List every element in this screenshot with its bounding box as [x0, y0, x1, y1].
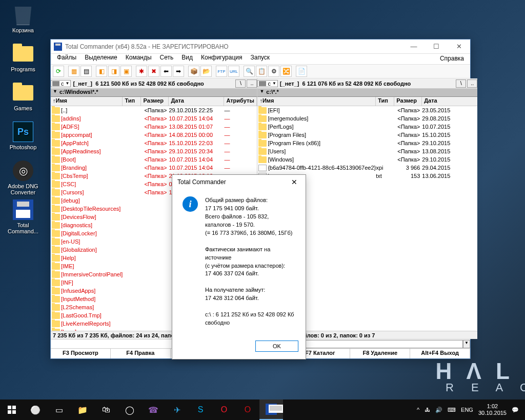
drive-selector[interactable]: c▼ [257, 80, 277, 87]
tbtn[interactable]: ◧ [96, 66, 107, 77]
menubar: ФайлыВыделениеКомандыСетьВидКонфигурация… [51, 54, 470, 64]
tbtn[interactable]: ✱ [136, 66, 147, 77]
tbtn[interactable]: ✖ [148, 66, 159, 77]
language-indicator[interactable]: ENG [461, 407, 473, 413]
dialog-close-button[interactable]: ✕ [283, 175, 306, 189]
column-header[interactable]: ↑Имя Тип Размер Дата [257, 97, 477, 106]
file-row[interactable]: [Windows]<Папка>29.10.2015 [257, 155, 477, 164]
store-icon[interactable]: 🛍 [94, 399, 118, 420]
menu-help[interactable]: Справка [436, 54, 468, 64]
tbtn[interactable]: 📋 [256, 66, 267, 77]
app-icon [54, 43, 62, 51]
file-row[interactable]: [Program Files]<Папка>15.10.2015 [257, 131, 477, 139]
file-row[interactable]: [Boot]<Папка>10.07.2015 14:04— [51, 155, 257, 164]
window-title: Total Commander (x64) 8.52a - НЕ ЗАРЕГИС… [65, 43, 402, 50]
file-row[interactable]: [AppReadiness]<Папка>29.10.2015 20:34— [51, 147, 257, 155]
drive-bar: c▼ [_нет_] 6 121 500 Кб из 52 428 092 Кб… [51, 78, 257, 89]
notifications-icon[interactable]: 💬 [512, 407, 519, 413]
tbtn[interactable]: 🔀 [280, 66, 292, 77]
menu-item[interactable]: Запуск [247, 53, 274, 62]
desktop-icon[interactable]: Games [5, 82, 41, 111]
desktop-icon[interactable]: PsPhotoshop [5, 121, 41, 150]
file-row[interactable]: [Users]<Папка>13.08.2015 [257, 147, 477, 155]
task-view-icon[interactable]: ▭ [47, 399, 71, 420]
unpack-icon[interactable]: 📂 [200, 66, 212, 77]
column-header[interactable]: ↑Имя Тип Размер Дата Атрибуты [51, 97, 257, 106]
fkey-button[interactable]: F8 Удаление [350, 349, 410, 358]
tray-chevron-icon[interactable]: ^ [417, 407, 419, 413]
volume-icon[interactable]: 🔊 [435, 407, 442, 413]
file-row[interactable]: [appcompat]<Папка>14.08.2015 00:00— [51, 131, 257, 139]
desktop-icon[interactable]: ◎Adobe DNG Converter [5, 160, 41, 195]
desktop-icon[interactable]: Total Command... [5, 199, 41, 234]
back-icon[interactable]: ⬅ [160, 66, 172, 77]
up-button[interactable]: .. [247, 79, 257, 88]
root-button[interactable]: \ [456, 79, 466, 88]
keyboard-icon[interactable]: ⌨ [448, 407, 456, 413]
menu-item[interactable]: Сеть [156, 53, 178, 62]
skype-icon[interactable]: S [189, 399, 212, 420]
taskbar: ⚪ ▭ 📁 🛍 ◯ ☎ ✈ S O O ^ 🖧 🔊 ⌨ ENG 1:02 30.… [0, 399, 525, 420]
opera-icon[interactable]: O [236, 399, 259, 420]
search-icon[interactable]: 🔍 [244, 66, 255, 77]
menu-item[interactable]: Конфигурация [197, 53, 247, 62]
ftp-icon[interactable]: FTP [216, 66, 227, 77]
file-row[interactable]: [addins]<Папка>10.07.2015 14:04— [51, 114, 257, 123]
menu-item[interactable]: Файлы [53, 53, 80, 62]
menu-item[interactable]: Выделение [80, 53, 122, 62]
url-icon[interactable]: URL [228, 66, 239, 77]
ok-button[interactable]: OK [255, 341, 298, 352]
minimize-button[interactable]: — [402, 39, 425, 54]
menu-item[interactable]: Команды [122, 53, 156, 62]
start-button[interactable] [0, 399, 24, 420]
tbtn[interactable]: ◨ [108, 66, 119, 77]
file-row[interactable]: [AppPatch]<Папка>15.10.2015 22:03— [51, 139, 257, 147]
command-history[interactable]: ▼ [463, 340, 470, 348]
fkey-button[interactable]: F3 Просмотр [51, 349, 111, 358]
tbtn[interactable]: ▦ [68, 66, 79, 77]
explorer-icon[interactable]: 📁 [71, 399, 94, 420]
path-bar[interactable]: ▼c:\*.* [257, 89, 477, 97]
pack-icon[interactable]: 📦 [188, 66, 199, 77]
forward-icon[interactable]: ➡ [173, 66, 184, 77]
dialog-message: Общий размер файлов: 17 175 941 009 байт… [205, 196, 295, 327]
file-row[interactable]: [Branding]<Папка>10.07.2015 14:04— [51, 164, 257, 172]
file-row[interactable]: [EFI]<Папка>23.05.2015 [257, 106, 477, 114]
viber-icon[interactable]: ☎ [142, 399, 165, 420]
dialog-titlebar[interactable]: Total Commander ✕ [172, 175, 306, 189]
tbtn[interactable]: ▣ [120, 66, 132, 77]
search-icon[interactable]: ⚪ [24, 399, 47, 420]
file-row[interactable]: [mergemodules]<Папка>29.08.2015 [257, 114, 477, 123]
titlebar[interactable]: Total Commander (x64) 8.52a - НЕ ЗАРЕГИС… [51, 39, 470, 54]
path-bar[interactable]: ▼c:\Windows\*.* [51, 89, 257, 97]
wallpaper-text: H Λ L : R E A C [435, 358, 525, 394]
drive-selector[interactable]: c▼ [51, 80, 71, 87]
file-row[interactable]: [ADFS]<Папка>13.08.2015 01:07— [51, 123, 257, 131]
refresh-icon[interactable]: ⟳ [53, 66, 64, 77]
desktop-icon[interactable]: Programs [5, 43, 41, 72]
fkey-button[interactable]: Alt+F4 Выход [410, 349, 470, 358]
close-button[interactable]: ✕ [448, 39, 470, 54]
desktop: КорзинаProgramsGamesPsPhotoshop◎Adobe DN… [0, 0, 525, 420]
clock[interactable]: 1:02 30.10.2015 [478, 403, 507, 416]
tbtn[interactable]: ⚙ [268, 66, 279, 77]
telegram-icon[interactable]: ✈ [165, 399, 189, 420]
notepad-icon[interactable]: 📄 [296, 66, 307, 77]
system-tray[interactable]: ^ 🖧 🔊 ⌨ ENG 1:02 30.10.2015 💬 [417, 403, 525, 416]
steam-icon[interactable]: ◯ [118, 399, 142, 420]
up-button[interactable]: .. [467, 79, 477, 88]
file-row[interactable]: [Program Files (x86)]<Папка>29.10.2015 [257, 139, 477, 147]
menu-item[interactable]: Вид [177, 53, 197, 62]
desktop-icon[interactable]: Корзина [5, 4, 41, 33]
root-button[interactable]: \ [235, 79, 246, 88]
info-icon: i [183, 196, 198, 212]
file-row[interactable]: [PerfLogs]<Папка>10.07.2015 [257, 123, 477, 131]
file-row[interactable]: [..]<Папка>29.10.2015 22:25— [51, 106, 257, 114]
totalcmd-taskbar-icon[interactable] [259, 399, 283, 420]
fkey-button[interactable]: F4 Правка [111, 349, 171, 358]
maximize-button[interactable]: ☐ [425, 39, 448, 54]
network-icon[interactable]: 🖧 [425, 407, 430, 413]
tbtn[interactable]: ▤ [80, 66, 92, 77]
file-row[interactable]: {b6a94784-0ffb-4121-88c6-435139067ee2}xp… [257, 164, 477, 172]
opera-icon[interactable]: O [212, 399, 236, 420]
